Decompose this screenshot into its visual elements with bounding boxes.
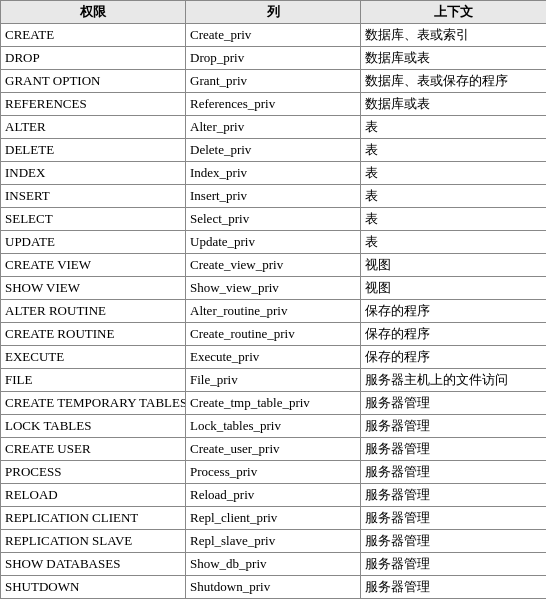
table-cell-22-1: Repl_slave_priv [186, 530, 361, 553]
table-cell-6-1: Index_priv [186, 162, 361, 185]
table-row: SELECTSelect_priv表 [1, 208, 547, 231]
table-cell-5-0: DELETE [1, 139, 186, 162]
table-row: DROPDrop_priv数据库或表 [1, 47, 547, 70]
table-cell-7-2: 表 [361, 185, 547, 208]
table-cell-4-2: 表 [361, 116, 547, 139]
table-cell-11-2: 视图 [361, 277, 547, 300]
table-cell-0-2: 数据库、表或索引 [361, 24, 547, 47]
table-cell-15-0: FILE [1, 369, 186, 392]
table-cell-5-1: Delete_priv [186, 139, 361, 162]
table-cell-20-0: RELOAD [1, 484, 186, 507]
table-row: EXECUTEExecute_priv保存的程序 [1, 346, 547, 369]
col-header-privilege: 权限 [1, 1, 186, 24]
table-row: SHOW VIEWShow_view_priv视图 [1, 277, 547, 300]
col-header-column: 列 [186, 1, 361, 24]
table-cell-16-0: CREATE TEMPORARY TABLES [1, 392, 186, 415]
table-cell-24-0: SHUTDOWN [1, 576, 186, 599]
table-cell-12-1: Alter_routine_priv [186, 300, 361, 323]
table-cell-10-0: CREATE VIEW [1, 254, 186, 277]
table-cell-14-2: 保存的程序 [361, 346, 547, 369]
table-cell-3-1: References_priv [186, 93, 361, 116]
table-cell-21-2: 服务器管理 [361, 507, 547, 530]
table-cell-20-1: Reload_priv [186, 484, 361, 507]
table-cell-23-0: SHOW DATABASES [1, 553, 186, 576]
table-row: INSERTInsert_priv表 [1, 185, 547, 208]
table-cell-8-0: SELECT [1, 208, 186, 231]
table-row: ALTER ROUTINEAlter_routine_priv保存的程序 [1, 300, 547, 323]
table-row: CREATECreate_priv数据库、表或索引 [1, 24, 547, 47]
table-cell-22-0: REPLICATION SLAVE [1, 530, 186, 553]
table-row: CREATE USERCreate_user_priv服务器管理 [1, 438, 547, 461]
table-row: RELOADReload_priv服务器管理 [1, 484, 547, 507]
table-cell-4-1: Alter_priv [186, 116, 361, 139]
table-cell-11-1: Show_view_priv [186, 277, 361, 300]
table-row: INDEXIndex_priv表 [1, 162, 547, 185]
table-cell-19-2: 服务器管理 [361, 461, 547, 484]
table-cell-15-2: 服务器主机上的文件访问 [361, 369, 547, 392]
table-cell-11-0: SHOW VIEW [1, 277, 186, 300]
table-cell-15-1: File_priv [186, 369, 361, 392]
table-cell-9-2: 表 [361, 231, 547, 254]
table-cell-18-2: 服务器管理 [361, 438, 547, 461]
table-row: CREATE TEMPORARY TABLESCreate_tmp_table_… [1, 392, 547, 415]
table-cell-12-0: ALTER ROUTINE [1, 300, 186, 323]
table-cell-13-0: CREATE ROUTINE [1, 323, 186, 346]
table-cell-13-1: Create_routine_priv [186, 323, 361, 346]
table-cell-22-2: 服务器管理 [361, 530, 547, 553]
table-cell-1-0: DROP [1, 47, 186, 70]
table-cell-24-1: Shutdown_priv [186, 576, 361, 599]
table-row: FILEFile_priv服务器主机上的文件访问 [1, 369, 547, 392]
table-cell-18-1: Create_user_priv [186, 438, 361, 461]
table-cell-17-0: LOCK TABLES [1, 415, 186, 438]
table-cell-7-1: Insert_priv [186, 185, 361, 208]
table-header-row: 权限 列 上下文 [1, 1, 547, 24]
table-row: PROCESSProcess_priv服务器管理 [1, 461, 547, 484]
table-cell-7-0: INSERT [1, 185, 186, 208]
table-cell-16-1: Create_tmp_table_priv [186, 392, 361, 415]
table-row: ALTERAlter_priv表 [1, 116, 547, 139]
table-cell-2-2: 数据库、表或保存的程序 [361, 70, 547, 93]
table-cell-2-0: GRANT OPTION [1, 70, 186, 93]
table-cell-10-1: Create_view_priv [186, 254, 361, 277]
table-cell-3-2: 数据库或表 [361, 93, 547, 116]
table-cell-1-2: 数据库或表 [361, 47, 547, 70]
table-row: CREATE ROUTINECreate_routine_priv保存的程序 [1, 323, 547, 346]
table-cell-17-2: 服务器管理 [361, 415, 547, 438]
table-cell-4-0: ALTER [1, 116, 186, 139]
table-row: REPLICATION CLIENTRepl_client_priv服务器管理 [1, 507, 547, 530]
privileges-table: 权限 列 上下文 CREATECreate_priv数据库、表或索引DROPDr… [0, 0, 546, 599]
table-cell-23-2: 服务器管理 [361, 553, 547, 576]
table-cell-6-0: INDEX [1, 162, 186, 185]
table-row: SHOW DATABASESShow_db_priv服务器管理 [1, 553, 547, 576]
table-cell-1-1: Drop_priv [186, 47, 361, 70]
table-cell-21-1: Repl_client_priv [186, 507, 361, 530]
table-cell-8-1: Select_priv [186, 208, 361, 231]
table-row: UPDATEUpdate_priv表 [1, 231, 547, 254]
col-header-context: 上下文 [361, 1, 547, 24]
table-cell-9-1: Update_priv [186, 231, 361, 254]
table-row: DELETEDelete_priv表 [1, 139, 547, 162]
table-cell-20-2: 服务器管理 [361, 484, 547, 507]
table-row: REPLICATION SLAVERepl_slave_priv服务器管理 [1, 530, 547, 553]
table-cell-6-2: 表 [361, 162, 547, 185]
table-cell-14-1: Execute_priv [186, 346, 361, 369]
table-cell-18-0: CREATE USER [1, 438, 186, 461]
table-cell-5-2: 表 [361, 139, 547, 162]
table-row: SHUTDOWNShutdown_priv服务器管理 [1, 576, 547, 599]
table-cell-13-2: 保存的程序 [361, 323, 547, 346]
table-cell-14-0: EXECUTE [1, 346, 186, 369]
table-cell-19-1: Process_priv [186, 461, 361, 484]
table-row: LOCK TABLESLock_tables_priv服务器管理 [1, 415, 547, 438]
table-cell-19-0: PROCESS [1, 461, 186, 484]
table-cell-10-2: 视图 [361, 254, 547, 277]
table-cell-23-1: Show_db_priv [186, 553, 361, 576]
table-cell-9-0: UPDATE [1, 231, 186, 254]
table-cell-21-0: REPLICATION CLIENT [1, 507, 186, 530]
table-row: REFERENCESReferences_priv数据库或表 [1, 93, 547, 116]
table-cell-17-1: Lock_tables_priv [186, 415, 361, 438]
table-cell-16-2: 服务器管理 [361, 392, 547, 415]
table-cell-2-1: Grant_priv [186, 70, 361, 93]
table-row: CREATE VIEWCreate_view_priv视图 [1, 254, 547, 277]
table-cell-0-0: CREATE [1, 24, 186, 47]
table-cell-24-2: 服务器管理 [361, 576, 547, 599]
